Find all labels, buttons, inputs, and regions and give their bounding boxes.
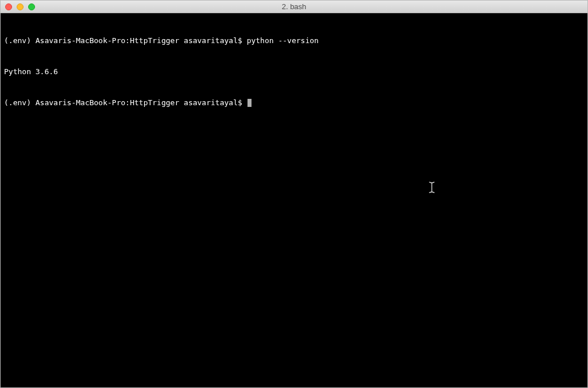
window-title: 2. bash [282,2,307,11]
text-cursor-icon [429,161,435,171]
prompt: (.env) Asavaris-MacBook-Pro:HttpTrigger … [4,36,247,45]
zoom-button[interactable] [28,3,35,10]
terminal-line: (.env) Asavaris-MacBook-Pro:HttpTrigger … [4,98,584,108]
close-button[interactable] [5,3,12,10]
titlebar[interactable]: 2. bash [1,1,587,13]
terminal-line: (.env) Asavaris-MacBook-Pro:HttpTrigger … [4,36,584,46]
prompt: (.env) Asavaris-MacBook-Pro:HttpTrigger … [4,98,247,107]
terminal-content[interactable]: (.env) Asavaris-MacBook-Pro:HttpTrigger … [1,13,587,387]
command-text: python --version [247,36,319,45]
minimize-button[interactable] [17,3,24,10]
terminal-output: Python 3.6.6 [4,67,584,77]
traffic-lights [1,3,35,10]
terminal-window: 2. bash (.env) Asavaris-MacBook-Pro:Http… [0,0,588,388]
cursor-icon [247,99,252,107]
